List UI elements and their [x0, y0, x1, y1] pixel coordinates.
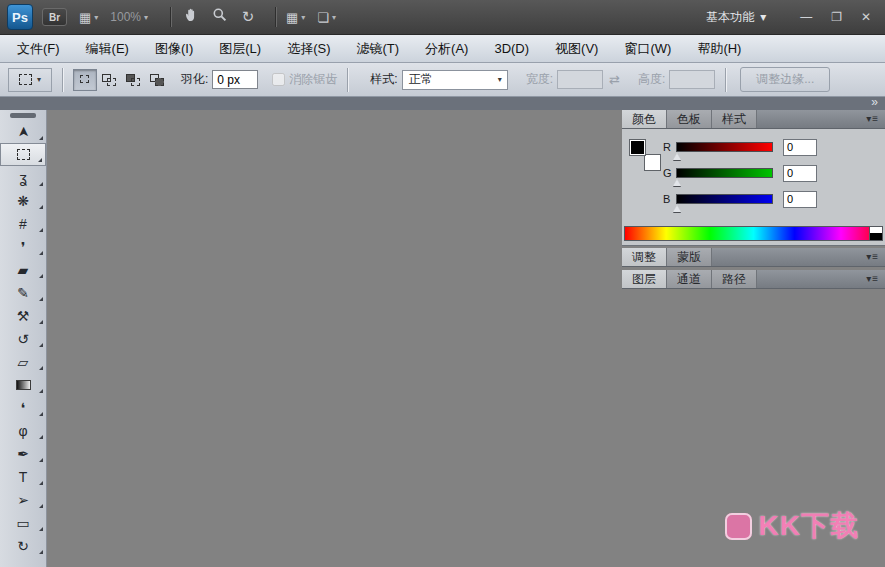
screen-mode-button[interactable]: ❏ ▾: [317, 10, 336, 25]
tab-styles[interactable]: 样式: [712, 110, 757, 128]
tab-layers[interactable]: 图层: [622, 270, 667, 288]
color-spectrum-ramp[interactable]: [624, 226, 883, 241]
foreground-background-swatch[interactable]: [629, 139, 661, 171]
menu-analysis[interactable]: 分析(A): [412, 35, 481, 62]
tool-dodge[interactable]: φ: [0, 419, 46, 442]
zoom-level-value: 100%: [110, 10, 141, 24]
tool-rectangular-marquee[interactable]: [0, 143, 46, 166]
blue-slider-track[interactable]: [676, 194, 773, 204]
tab-color[interactable]: 颜色: [622, 110, 667, 128]
antialias-checkbox[interactable]: [272, 73, 285, 86]
workspace-switcher[interactable]: 基本功能 ▾: [706, 9, 766, 26]
black-white-swatch[interactable]: [869, 227, 882, 240]
divider: [275, 7, 276, 27]
subtract-selection-mode-button[interactable]: [121, 69, 145, 91]
tab-masks[interactable]: 蒙版: [667, 248, 712, 266]
maximize-button[interactable]: ❐: [831, 10, 842, 24]
add-selection-mode-button[interactable]: [97, 69, 121, 91]
intersect-selection-mode-button[interactable]: [145, 69, 169, 91]
tool-move[interactable]: ➤: [0, 120, 46, 143]
hand-tool-button[interactable]: [181, 6, 203, 28]
tool-preset-picker[interactable]: ▾: [8, 68, 52, 92]
antialias-label: 消除锯齿: [289, 71, 337, 88]
tool-spot-healing-brush[interactable]: ▰: [0, 258, 46, 281]
menu-view[interactable]: 视图(V): [542, 35, 611, 62]
green-value-input[interactable]: [783, 165, 817, 182]
menu-help[interactable]: 帮助(H): [684, 35, 754, 62]
tool-type[interactable]: T: [0, 465, 46, 488]
feather-input[interactable]: [212, 70, 258, 89]
refine-edge-button[interactable]: 调整边缘...: [740, 67, 830, 92]
minimize-button[interactable]: —: [800, 10, 812, 24]
adjustments-panel-group: 调整 蒙版 ▾≡: [622, 248, 885, 267]
menu-select[interactable]: 选择(S): [274, 35, 343, 62]
rotate-view-button[interactable]: ↻: [237, 6, 259, 28]
style-select[interactable]: 正常 ▾: [402, 70, 508, 90]
menu-file[interactable]: 文件(F): [4, 35, 73, 62]
tool-gradient[interactable]: [0, 373, 46, 396]
foreground-color-swatch[interactable]: [629, 139, 646, 156]
blue-slider-handle[interactable]: [673, 205, 681, 212]
zoom-level-dropdown[interactable]: 100% ▾: [110, 10, 148, 24]
red-slider-track[interactable]: [676, 142, 773, 152]
red-slider-handle[interactable]: [673, 153, 681, 160]
view-extras-button[interactable]: ▦ ▾: [79, 10, 98, 25]
tool-lasso[interactable]: ʓ: [0, 166, 46, 189]
menu-window[interactable]: 窗口(W): [611, 35, 684, 62]
screen-mode-icon: ❏: [317, 10, 329, 25]
crop-tool-icon: #: [19, 217, 27, 231]
rotate-icon: ↻: [242, 8, 255, 26]
bridge-button[interactable]: Br: [42, 8, 67, 26]
tools-panel-grip[interactable]: [10, 113, 36, 118]
tool-brush[interactable]: ✎: [0, 281, 46, 304]
tool-3d-rotate[interactable]: ↻: [0, 534, 46, 557]
close-button[interactable]: ✕: [861, 10, 871, 24]
window-controls: — ❐ ✕: [800, 10, 871, 24]
red-value-input[interactable]: [783, 139, 817, 156]
gradient-tool-icon: [16, 380, 31, 390]
swap-dimensions-icon[interactable]: ⇄: [609, 72, 620, 87]
menu-edit[interactable]: 编辑(E): [73, 35, 142, 62]
new-selection-mode-button[interactable]: [73, 69, 97, 91]
tool-rectangle-shape[interactable]: ▭: [0, 511, 46, 534]
tool-quick-selection[interactable]: ❋: [0, 189, 46, 212]
magnifier-icon: [212, 7, 228, 27]
tab-paths[interactable]: 路径: [712, 270, 757, 288]
tool-blur[interactable]: ❛: [0, 396, 46, 419]
tool-eyedropper[interactable]: ❜: [0, 235, 46, 258]
adjustments-panel-tabs: 调整 蒙版 ▾≡: [622, 248, 885, 267]
background-color-swatch[interactable]: [644, 154, 661, 171]
panel-menu-icon[interactable]: ▾≡: [860, 270, 885, 288]
tool-eraser[interactable]: ▱: [0, 350, 46, 373]
green-slider-row: G: [663, 160, 817, 186]
eraser-tool-icon: ▱: [18, 355, 29, 369]
chevron-down-icon: ▾: [94, 13, 98, 22]
tool-pen[interactable]: ✒: [0, 442, 46, 465]
panel-menu-icon[interactable]: ▾≡: [860, 248, 885, 266]
menu-image[interactable]: 图像(I): [142, 35, 206, 62]
zoom-tool-button[interactable]: [209, 6, 231, 28]
tool-clone-stamp[interactable]: ⚒: [0, 304, 46, 327]
tool-history-brush[interactable]: ↺: [0, 327, 46, 350]
canvas-area[interactable]: [47, 110, 622, 567]
tool-crop[interactable]: #: [0, 212, 46, 235]
arrange-documents-button[interactable]: ▦ ▾: [286, 10, 305, 25]
blue-value-input[interactable]: [783, 191, 817, 208]
marquee-icon: [19, 74, 32, 85]
tab-channels[interactable]: 通道: [667, 270, 712, 288]
tab-adjustments[interactable]: 调整: [622, 248, 667, 266]
green-slider-track[interactable]: [676, 168, 773, 178]
tab-swatches[interactable]: 色板: [667, 110, 712, 128]
menu-3d[interactable]: 3D(D): [481, 35, 542, 62]
collapse-dock-icon[interactable]: »: [871, 95, 878, 109]
layers-panel-tabs: 图层 通道 路径 ▾≡: [622, 270, 885, 289]
selection-mode-group: [73, 69, 169, 91]
menu-layer[interactable]: 图层(L): [206, 35, 274, 62]
panel-menu-icon[interactable]: ▾≡: [860, 110, 885, 128]
green-slider-handle[interactable]: [673, 179, 681, 186]
tool-path-selection[interactable]: ➢: [0, 488, 46, 511]
new-selection-icon: [78, 74, 92, 86]
green-channel-label: G: [663, 167, 676, 179]
menu-filter[interactable]: 滤镜(T): [343, 35, 412, 62]
color-panel-tabs: 颜色 色板 样式 ▾≡: [622, 110, 885, 129]
